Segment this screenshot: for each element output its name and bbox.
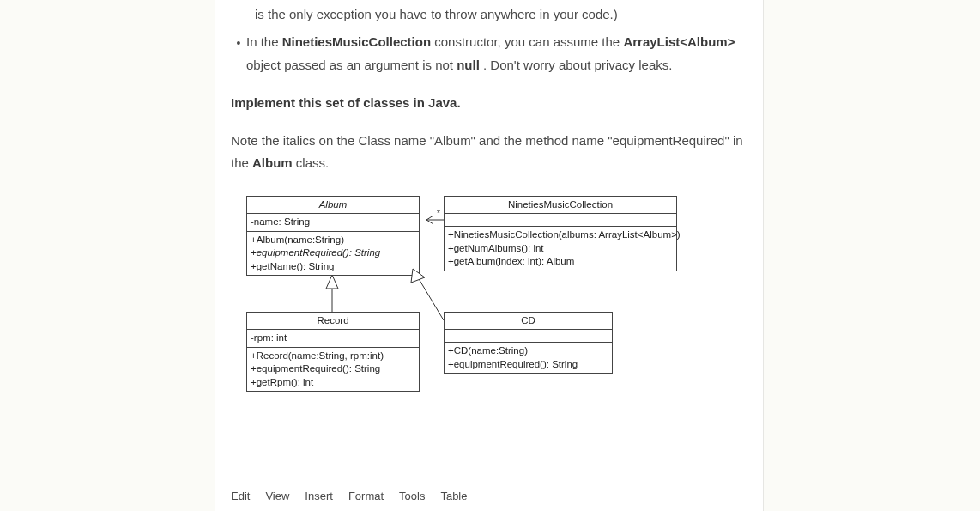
- uml-album-op-2: +getName(): String: [251, 260, 415, 274]
- toolbar-table[interactable]: Table: [440, 490, 467, 502]
- intro-line-1: is the only exception you have to throw …: [231, 0, 747, 26]
- uml-record-attr-0: -rpm: int: [251, 332, 415, 345]
- bullet-mid: constructor, you can assume the: [431, 34, 623, 49]
- svg-marker-3: [326, 275, 338, 289]
- uml-album-attrs: -name: String: [247, 214, 419, 232]
- implement-paragraph: Implement this set of classes in Java.: [231, 92, 747, 114]
- uml-collection-op-1: +getNumAlbums(): int: [448, 242, 673, 256]
- uml-record-ops: +Record(name:String, rpm:int) +equipment…: [247, 348, 419, 392]
- uml-collection-title: NinetiesMusicCollection: [445, 197, 676, 215]
- bullet-classname: NinetiesMusicCollection: [282, 34, 431, 49]
- uml-collection-op-0: +NinetiesMusicCollection(albums: ArrayLi…: [448, 228, 673, 242]
- uml-album-attr-0: -name: String: [251, 216, 415, 229]
- toolbar-view[interactable]: View: [265, 490, 289, 502]
- uml-cd-op-1: +equipmentRequired(): String: [448, 358, 608, 372]
- uml-collection-op-2: +getAlbum(index: int): Album: [448, 255, 673, 269]
- uml-collection-ops: +NinetiesMusicCollection(albums: ArrayLi…: [445, 227, 676, 271]
- toolbar-tools[interactable]: Tools: [399, 490, 425, 502]
- uml-cd-title: CD: [445, 313, 612, 331]
- uml-cd-ops: +CD(name:String) +equipmentRequired(): S…: [445, 343, 612, 373]
- implement-text: Implement this set of classes in Java.: [231, 95, 461, 110]
- bullet-marker: •: [231, 31, 246, 76]
- toolbar-format[interactable]: Format: [348, 490, 384, 502]
- uml-collection: NinetiesMusicCollection +NinetiesMusicCo…: [444, 196, 677, 271]
- uml-record-attrs: -rpm: int: [247, 330, 419, 348]
- uml-album-title: Album: [247, 197, 419, 215]
- bullet-text: In the NinetiesMusicCollection construct…: [246, 31, 747, 76]
- uml-collection-attrs: [445, 214, 676, 227]
- uml-cd: CD +CD(name:String) +equipmentRequired()…: [444, 312, 613, 374]
- bullet-post1: object passed as an argument is not: [246, 58, 457, 72]
- uml-record: Record -rpm: int +Record(name:String, rp…: [246, 312, 420, 392]
- note-paragraph: Note the italics on the Class name "Albu…: [231, 130, 747, 175]
- uml-cd-op-0: +CD(name:String): [448, 344, 608, 358]
- uml-album-op-0: +Album(name:String): [251, 234, 415, 247]
- svg-text:*: *: [437, 209, 440, 218]
- bullet-post2: . Don't worry about privacy leaks.: [480, 58, 673, 72]
- uml-album-ops: +Album(name:String) +equipmentRequired()…: [247, 232, 419, 276]
- uml-record-op-0: +Record(name:String, rpm:int): [251, 350, 415, 363]
- uml-diagram: Album -name: String +Album(name:String) …: [246, 196, 747, 411]
- toolbar-insert[interactable]: Insert: [305, 490, 333, 502]
- uml-album: Album -name: String +Album(name:String) …: [246, 196, 420, 277]
- note-class: Album: [252, 155, 293, 170]
- content-panel: is the only exception you have to throw …: [215, 0, 764, 511]
- bullet-type: ArrayList<Album>: [623, 34, 735, 49]
- bullet-pre: In the: [246, 34, 282, 49]
- svg-line-4: [418, 277, 444, 320]
- toolbar-edit[interactable]: Edit: [231, 490, 250, 502]
- uml-record-title: Record: [247, 313, 419, 331]
- bullet-null: null: [457, 58, 480, 72]
- uml-album-op-1: +equipmentRequired(): String: [251, 246, 415, 260]
- editor-toolbar: Edit View Insert Format Tools Table: [231, 490, 467, 502]
- uml-record-op-2: +getRpm(): int: [251, 376, 415, 390]
- page-root: is the only exception you have to throw …: [0, 0, 980, 511]
- bullet-item: • In the NinetiesMusicCollection constru…: [231, 31, 747, 76]
- note-post: class.: [293, 155, 330, 170]
- uml-cd-attrs: [445, 330, 612, 343]
- uml-record-op-1: +equipmentRequired(): String: [251, 362, 415, 376]
